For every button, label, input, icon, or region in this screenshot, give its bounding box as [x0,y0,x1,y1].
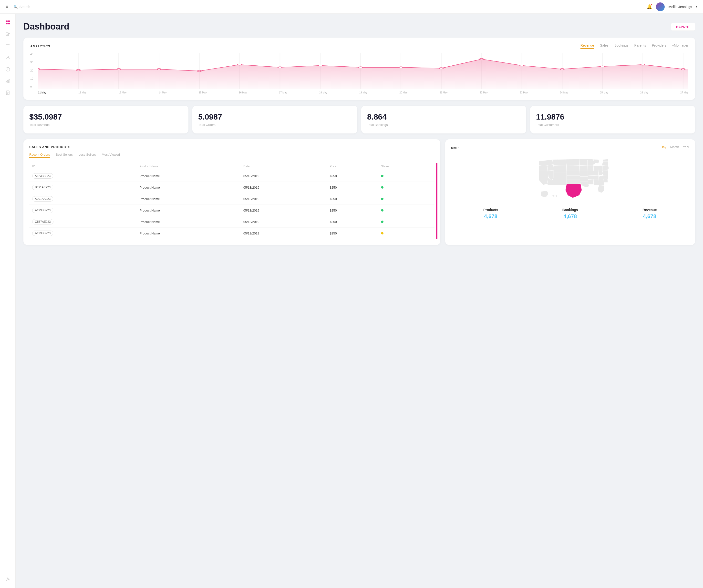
tab-bookings[interactable]: Bookings [614,44,629,49]
map-stat-label-products: Products [451,208,531,212]
sidebar-item-list[interactable] [3,41,13,51]
tab-sales[interactable]: Sales [600,44,609,49]
x-label-18may: 18 May [319,91,327,94]
y-label-10: 10 [30,77,36,80]
sidebar-item-chart[interactable] [3,76,13,86]
tab-revenue[interactable]: Revenue [580,44,594,49]
id-badge: A123BB223 [32,231,53,236]
tab-vmomager[interactable]: vMomager [672,44,688,49]
map-header: MAP Day Month Year [451,145,690,150]
x-label-25may: 25 May [600,91,608,94]
stat-label-orders: Total Orders [198,123,352,127]
stat-label-bookings: Total Bookings [367,123,521,127]
map-stat-revenue: Revenue 4,678 [610,208,690,220]
usa-map-svg [451,154,690,203]
x-label-14may: 14 May [159,91,167,94]
col-date: Date [240,163,327,170]
cell-status [378,170,435,182]
grid-icon [5,20,10,25]
sidebar-item-user[interactable] [3,53,13,63]
sales-title: SALES AND PRODUCTS [29,145,435,149]
svg-point-49 [238,64,242,65]
status-dot [381,175,384,177]
stat-card-bookings: 8.864 Total Bookings [361,106,526,134]
cell-product-name: Product Name [137,182,240,193]
svg-point-5 [9,33,9,34]
sales-tab-lesssellers[interactable]: Less Sellers [79,153,96,158]
chart-area: 40 30 20 10 0 [30,53,688,94]
map-stat-label-bookings: Bookings [530,208,610,212]
x-label-27may: 27 May [680,91,688,94]
svg-point-46 [117,69,121,70]
svg-point-48 [198,70,202,72]
sidebar [0,14,16,588]
avatar[interactable] [656,2,665,11]
svg-point-22 [7,579,9,580]
sidebar-item-settings[interactable] [3,574,13,584]
menu-icon[interactable]: ≡ [6,4,9,9]
stat-value-orders: 5.0987 [198,112,352,121]
states-group [539,159,609,198]
chevron-down-icon[interactable]: ▾ [696,5,697,8]
stat-value-customers: 11.9876 [536,112,689,121]
cell-id: A123BB223 [29,170,137,182]
sidebar-item-doc[interactable] [3,88,13,98]
svg-rect-2 [6,23,8,24]
table-row: A123BB223 Product Name 05/13/2019 $250 [29,205,435,216]
sidebar-item-info[interactable] [3,64,13,74]
col-id: ID [29,163,137,170]
cell-status [378,216,435,228]
map-tab-day[interactable]: Day [660,145,666,150]
chart-icon [5,79,10,83]
y-label-40: 40 [30,53,36,56]
chart-svg [38,53,688,89]
tab-parents[interactable]: Parents [634,44,646,49]
stat-label-customers: Total Customers [536,123,689,127]
stats-row: $35.0987 Total Revenue 5.0987 Total Orde… [23,106,695,134]
tab-providers[interactable]: Providers [652,44,667,49]
y-label-0: 0 [30,85,36,88]
map-title: MAP [451,146,459,150]
status-dot [381,209,384,212]
search-placeholder[interactable]: Search [19,5,30,9]
sales-table-wrapper: ID Product Name Date Price Status A123BB… [29,163,435,239]
usa-map [451,154,690,203]
analytics-title: ANALYTICS [30,45,50,48]
user-name-label[interactable]: Mollie Jennings [669,5,692,9]
map-tab-year[interactable]: Year [683,145,689,150]
chart-plot: 11 May 12 May 13 May 14 May 15 May 16 Ma… [38,53,688,94]
sales-card: SALES AND PRODUCTS Recent Orders Best Se… [23,139,440,245]
sales-tab-mostviewed[interactable]: Most Viewed [102,153,120,158]
stat-value-bookings: 8.864 [367,112,521,121]
cell-date: 05/13/2019 [240,193,327,205]
scroll-indicator[interactable] [436,163,438,239]
cell-id: B321AE223 [29,182,137,193]
report-button[interactable]: REPORT [671,23,695,31]
x-label-26may: 26 May [640,91,648,94]
sales-tab-bestsellers[interactable]: Best Sellers [56,153,73,158]
svg-point-52 [359,67,363,68]
x-label-19may: 19 May [359,91,367,94]
map-stat-value-products: 4,678 [451,213,531,220]
sales-tab-recent[interactable]: Recent Orders [29,153,50,158]
main-content: Dashboard REPORT ANALYTICS Revenue Sales… [16,14,703,588]
status-dot [381,232,384,235]
analytics-card: ANALYTICS Revenue Sales Bookings Parents… [23,37,695,100]
svg-point-55 [480,58,483,60]
status-dot [381,221,384,223]
map-tab-month[interactable]: Month [670,145,679,150]
svg-point-60 [681,69,685,70]
col-status: Status [378,163,435,170]
analytics-tabs: Revenue Sales Bookings Parents Providers… [580,44,688,49]
sidebar-item-dashboard[interactable] [3,17,13,27]
stat-card-customers: 11.9876 Total Customers [530,106,695,134]
sidebar-item-tags[interactable] [3,29,13,39]
cell-date: 05/13/2019 [240,216,327,228]
search-icon: 🔍 [13,5,17,9]
x-label-20may: 20 May [399,91,407,94]
col-product-name: Product Name [137,163,240,170]
x-label-16may: 16 May [239,91,247,94]
svg-point-14 [8,68,8,69]
cell-date: 05/13/2019 [240,182,327,193]
notification-icon[interactable]: 🔔 [647,4,652,9]
